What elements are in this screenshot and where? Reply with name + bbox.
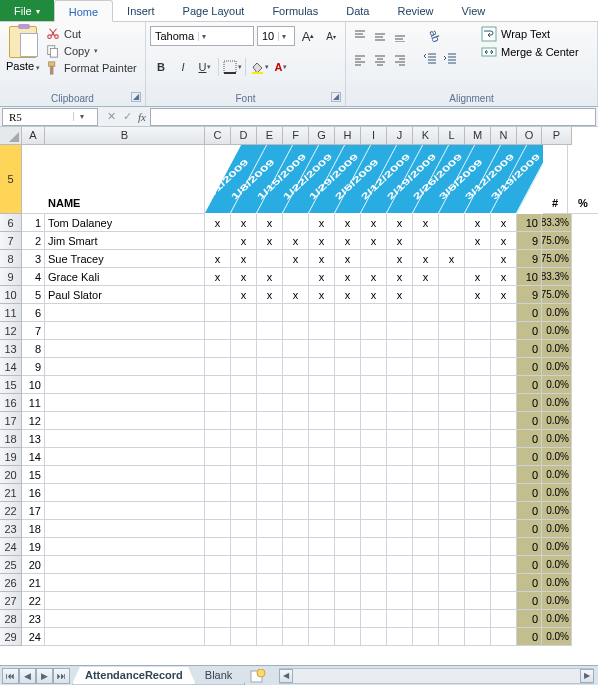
attendance-cell[interactable] xyxy=(439,538,465,556)
attendance-cell[interactable] xyxy=(413,520,439,538)
attendance-cell[interactable] xyxy=(205,574,231,592)
attendance-cell[interactable] xyxy=(413,376,439,394)
attendance-cell[interactable]: x xyxy=(309,268,335,286)
attendance-cell[interactable] xyxy=(413,538,439,556)
row-header[interactable]: 16 xyxy=(0,394,22,412)
attendance-cell[interactable] xyxy=(439,520,465,538)
row-number-cell[interactable]: 11 xyxy=(22,394,45,412)
attendance-cell[interactable]: x xyxy=(491,250,517,268)
count-cell[interactable]: 0 xyxy=(517,592,542,610)
sheet-nav-next[interactable]: ▶ xyxy=(36,668,53,684)
attendance-cell[interactable] xyxy=(491,592,517,610)
attendance-cell[interactable] xyxy=(439,574,465,592)
attendance-cell[interactable] xyxy=(361,448,387,466)
attendance-cell[interactable] xyxy=(335,628,361,646)
attendance-cell[interactable] xyxy=(439,322,465,340)
row-header[interactable]: 11 xyxy=(0,304,22,322)
count-cell[interactable]: 0 xyxy=(517,556,542,574)
attendance-cell[interactable] xyxy=(257,448,283,466)
name-cell[interactable] xyxy=(45,340,205,358)
attendance-cell[interactable]: x xyxy=(309,250,335,268)
column-header[interactable]: J xyxy=(387,127,413,145)
attendance-cell[interactable] xyxy=(257,466,283,484)
attendance-cell[interactable] xyxy=(335,304,361,322)
attendance-cell[interactable] xyxy=(309,358,335,376)
attendance-cell[interactable] xyxy=(205,232,231,250)
attendance-cell[interactable] xyxy=(335,340,361,358)
row-header[interactable]: 24 xyxy=(0,538,22,556)
decrease-indent-button[interactable] xyxy=(420,48,440,68)
merge-center-button[interactable]: Merge & Center xyxy=(481,44,579,60)
attendance-cell[interactable]: x xyxy=(491,268,517,286)
pct-cell[interactable]: 75.0% xyxy=(542,232,572,250)
attendance-cell[interactable] xyxy=(413,466,439,484)
grow-font-button[interactable]: A▴ xyxy=(298,26,318,46)
ribbon-tab-review[interactable]: Review xyxy=(383,0,447,21)
attendance-cell[interactable]: x xyxy=(231,250,257,268)
border-button[interactable] xyxy=(221,56,243,78)
attendance-cell[interactable] xyxy=(335,430,361,448)
attendance-cell[interactable] xyxy=(465,430,491,448)
attendance-cell[interactable]: x xyxy=(335,214,361,232)
attendance-cell[interactable] xyxy=(309,502,335,520)
attendance-cell[interactable] xyxy=(283,466,309,484)
row-number-cell[interactable]: 9 xyxy=(22,358,45,376)
orientation-button[interactable]: ab xyxy=(420,26,450,46)
attendance-cell[interactable] xyxy=(491,574,517,592)
attendance-cell[interactable]: x xyxy=(465,268,491,286)
attendance-cell[interactable] xyxy=(309,466,335,484)
attendance-cell[interactable] xyxy=(309,556,335,574)
italic-button[interactable]: I xyxy=(172,56,194,78)
attendance-cell[interactable]: x xyxy=(335,232,361,250)
attendance-cell[interactable] xyxy=(491,358,517,376)
attendance-cell[interactable] xyxy=(309,574,335,592)
row-header[interactable]: 25 xyxy=(0,556,22,574)
pct-cell[interactable]: 83.3% xyxy=(542,268,572,286)
pct-cell[interactable]: 0.0% xyxy=(542,322,572,340)
attendance-cell[interactable] xyxy=(231,358,257,376)
attendance-cell[interactable]: x xyxy=(231,214,257,232)
attendance-cell[interactable]: x xyxy=(491,214,517,232)
attendance-cell[interactable] xyxy=(231,412,257,430)
attendance-cell[interactable] xyxy=(413,340,439,358)
attendance-cell[interactable] xyxy=(257,412,283,430)
format-painter-button[interactable]: Format Painter xyxy=(46,61,137,75)
count-cell[interactable]: 0 xyxy=(517,466,542,484)
attendance-cell[interactable] xyxy=(283,304,309,322)
attendance-cell[interactable] xyxy=(439,592,465,610)
count-cell[interactable]: 0 xyxy=(517,574,542,592)
attendance-cell[interactable]: x xyxy=(387,250,413,268)
count-cell[interactable]: 0 xyxy=(517,484,542,502)
attendance-cell[interactable]: x xyxy=(491,232,517,250)
attendance-cell[interactable] xyxy=(283,610,309,628)
pct-cell[interactable]: 0.0% xyxy=(542,466,572,484)
row-number-cell[interactable]: 24 xyxy=(22,628,45,646)
attendance-cell[interactable] xyxy=(465,592,491,610)
attendance-cell[interactable] xyxy=(335,502,361,520)
attendance-cell[interactable] xyxy=(205,538,231,556)
column-header[interactable]: C xyxy=(205,127,231,145)
row-header[interactable]: 17 xyxy=(0,412,22,430)
formula-input[interactable] xyxy=(150,108,596,126)
attendance-cell[interactable] xyxy=(283,358,309,376)
attendance-cell[interactable]: x xyxy=(335,268,361,286)
attendance-cell[interactable] xyxy=(439,358,465,376)
attendance-cell[interactable] xyxy=(257,574,283,592)
attendance-cell[interactable] xyxy=(309,538,335,556)
attendance-cell[interactable] xyxy=(231,502,257,520)
count-cell[interactable]: 0 xyxy=(517,628,542,646)
attendance-cell[interactable] xyxy=(283,628,309,646)
attendance-cell[interactable] xyxy=(387,520,413,538)
ribbon-tab-data[interactable]: Data xyxy=(332,0,383,21)
attendance-cell[interactable] xyxy=(205,340,231,358)
attendance-cell[interactable]: x xyxy=(465,214,491,232)
attendance-cell[interactable] xyxy=(413,232,439,250)
attendance-cell[interactable] xyxy=(231,628,257,646)
row-number-cell[interactable]: 19 xyxy=(22,538,45,556)
attendance-cell[interactable] xyxy=(205,376,231,394)
attendance-cell[interactable]: x xyxy=(361,286,387,304)
name-cell[interactable] xyxy=(45,538,205,556)
attendance-cell[interactable] xyxy=(491,340,517,358)
row-number-cell[interactable]: 7 xyxy=(22,322,45,340)
count-cell[interactable]: 0 xyxy=(517,394,542,412)
